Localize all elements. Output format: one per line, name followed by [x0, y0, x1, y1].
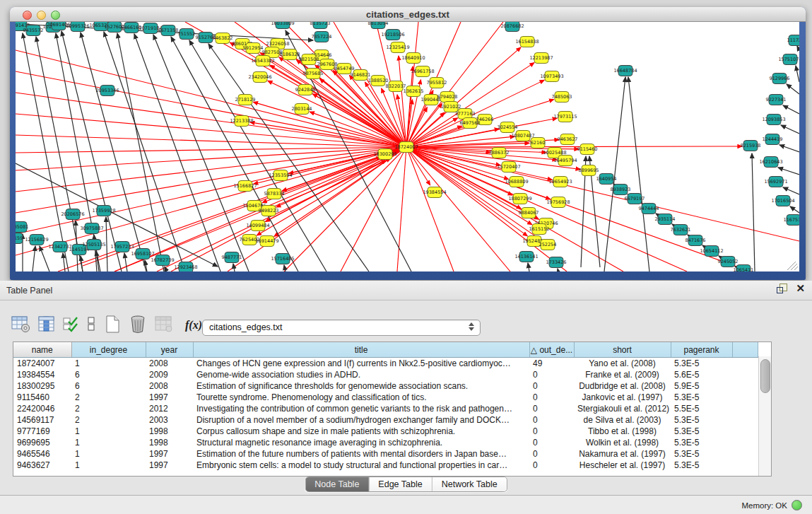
table-row[interactable]: 977716911998Corpus callosum shape and si…: [13, 426, 758, 437]
graph-node[interactable]: 1733426: [546, 257, 567, 268]
new-document-icon[interactable]: [104, 315, 121, 337]
graph-node[interactable]: 20876682: [500, 22, 524, 32]
table-row[interactable]: 1456911722003Disruption of a novel membe…: [13, 414, 758, 426]
graph-node[interactable]: 1167533: [784, 215, 799, 226]
graph-node[interactable]: 1615152: [529, 224, 550, 235]
graph-node[interactable]: 17359928: [92, 206, 115, 216]
graph-node[interactable]: 5912954: [243, 43, 264, 54]
graph-node[interactable]: 14136141: [514, 252, 538, 262]
graph-node[interactable]: 9487771: [222, 252, 242, 263]
graph-node[interactable]: 9474444: [639, 204, 659, 214]
graph-node[interactable]: 8186328: [280, 49, 300, 60]
network-view-canvas[interactable]: 7463822886012859129542322605898275088186…: [16, 22, 799, 271]
graph-node[interactable]: 15751074: [778, 54, 799, 65]
column-header-title[interactable]: title: [193, 342, 529, 358]
graph-node[interactable]: 3024554: [498, 122, 518, 133]
graph-node[interactable]: 17016504: [771, 196, 794, 206]
graph-node[interactable]: 8813054: [368, 22, 389, 29]
graph-node[interactable]: 10995326: [66, 22, 89, 32]
graph-node[interactable]: 9129966: [770, 74, 790, 84]
graph-node[interactable]: 7955812: [427, 78, 447, 88]
graph-node[interactable]: 16033809: [271, 22, 294, 29]
graph-node[interactable]: 1244419: [763, 134, 783, 145]
table-row[interactable]: 946362711997Embryonic stem cells: a mode…: [13, 460, 758, 471]
graph-node[interactable]: 19218506: [381, 30, 404, 40]
graph-node[interactable]: 10688809: [505, 177, 528, 187]
table-selector-combobox[interactable]: citations_edges.txt: [202, 320, 481, 336]
table-row[interactable]: 1938455462009Genome-wide association stu…: [13, 369, 758, 380]
graph-node[interactable]: 8471676: [686, 235, 706, 246]
select-rows-icon[interactable]: [63, 315, 78, 336]
function-builder-icon[interactable]: f(x): [185, 319, 202, 332]
column-header-in_degree[interactable]: in_degree: [71, 342, 146, 358]
table-row[interactable]: 911546021997Tourette syndrome. Phenomeno…: [13, 392, 758, 403]
graph-node[interactable]: 12093853: [762, 115, 785, 125]
table-row[interactable]: 1830029562008Estimation of significance …: [13, 380, 758, 392]
graph-node[interactable]: 18640910: [401, 53, 425, 64]
graph-node[interactable]: 8135723: [310, 22, 331, 29]
graph-node[interactable]: 15716485: [271, 254, 294, 264]
graph-node[interactable]: 20953346: [95, 86, 119, 96]
memory-status-indicator[interactable]: [792, 500, 802, 510]
column-header-pagerank[interactable]: pagerank: [671, 342, 732, 358]
graph-node[interactable]: 111724: [787, 35, 799, 46]
window-titlebar[interactable]: citations_edges.txt: [10, 7, 806, 22]
graph-node[interactable]: 7632621: [671, 225, 691, 235]
graph-node[interactable]: 1640954: [596, 174, 617, 185]
graph-node[interactable]: 12156829: [25, 235, 48, 245]
table-row[interactable]: 946554611997Estimation of the future num…: [13, 448, 758, 460]
graph-node[interactable]: 14099484: [246, 221, 269, 231]
graph-node[interactable]: 20206576: [61, 209, 84, 220]
graph-node[interactable]: 9242848: [295, 85, 316, 95]
graph-node[interactable]: 19756928: [546, 197, 570, 208]
table-row[interactable]: 1872400712008Changes of HCN gene express…: [13, 358, 758, 370]
graph-node[interactable]: 9498223: [259, 206, 279, 216]
graph-node[interactable]: 2803144: [292, 104, 312, 115]
graph-node[interactable]: 19654923: [548, 177, 572, 187]
tab-edge-table[interactable]: Edge Table: [368, 477, 431, 491]
table-scrollbar[interactable]: [758, 356, 771, 476]
graph-node[interactable]: 751552: [178, 29, 196, 40]
graph-node[interactable]: 15692971: [764, 177, 787, 187]
graph-node[interactable]: 16154838: [515, 37, 539, 47]
graph-node[interactable]: 2718129: [235, 95, 256, 105]
column-header-year[interactable]: year: [146, 342, 193, 358]
graph-node[interactable]: 62160: [531, 138, 546, 148]
table-row[interactable]: 2242004622012Investigating the contribut…: [13, 403, 758, 414]
float-panel-icon[interactable]: [777, 284, 787, 293]
graph-node[interactable]: 9227341: [766, 95, 787, 105]
graph-node[interactable]: 9115460: [577, 144, 598, 155]
graph-node[interactable]: 16961758: [411, 66, 434, 77]
graph-node[interactable]: 4671358: [158, 25, 179, 36]
graph-node[interactable]: 39159: [16, 233, 23, 244]
graph-node[interactable]: 835081: [16, 222, 28, 233]
graph-node[interactable]: 2935114: [655, 214, 676, 225]
graph-node[interactable]: 9152760: [196, 33, 216, 43]
graph-node[interactable]: 252254: [539, 240, 557, 250]
graph-node[interactable]: 8899695: [579, 165, 599, 176]
graph-node[interactable]: 16648784: [613, 66, 637, 76]
graph-node[interactable]: 9435572: [23, 25, 44, 36]
graph-node[interactable]: 6679197: [625, 194, 645, 204]
graph-node[interactable]: 6794028: [437, 92, 458, 103]
graph-node[interactable]: 7886372: [489, 148, 510, 158]
table-scrollbar-thumb[interactable]: [760, 359, 770, 393]
graph-node[interactable]: 9875685: [303, 69, 324, 79]
tab-node-table[interactable]: Node Table: [305, 477, 368, 491]
tab-network-table[interactable]: Network Table: [432, 477, 507, 491]
graph-node[interactable]: 1362615: [404, 86, 424, 97]
graph-node[interactable]: 12213987: [529, 53, 553, 64]
row-height-icon[interactable]: [86, 315, 96, 336]
graph-node[interactable]: 12213388: [230, 116, 253, 127]
graph-node[interactable]: 7857224: [312, 32, 332, 42]
graph-node[interactable]: 5878334: [264, 189, 285, 199]
table-row[interactable]: 969969511998Structural magnetic resonanc…: [13, 437, 758, 448]
column-header-out_de[interactable]: △ out_de...: [529, 342, 574, 358]
graph-node[interactable]: 9245052: [718, 257, 739, 267]
graph-node[interactable]: 9821508: [299, 54, 319, 65]
graph-node[interactable]: 17973115: [553, 112, 577, 122]
graph-node[interactable]: 9463627: [558, 134, 578, 145]
column-header-name[interactable]: name: [13, 342, 71, 358]
delete-table-icon[interactable]: [129, 314, 147, 337]
graph-node[interactable]: 15720407: [497, 162, 520, 173]
